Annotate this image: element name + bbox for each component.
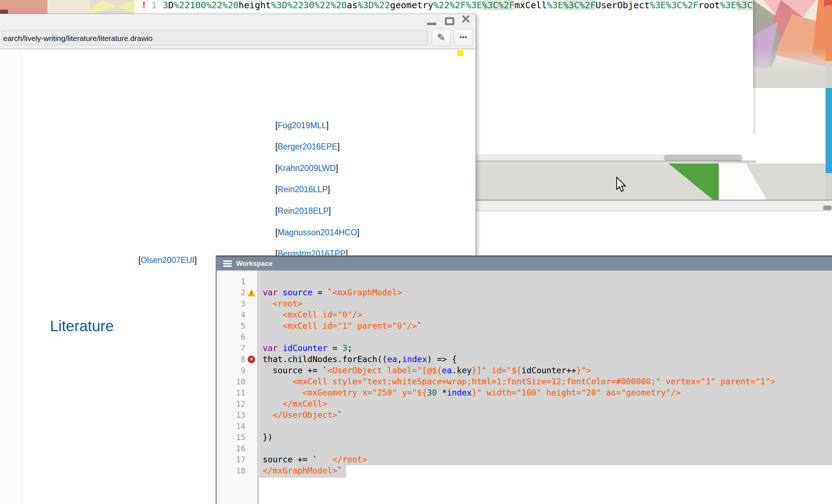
workspace-titlebar[interactable]: Workspace	[217, 257, 832, 271]
line-number: 15	[217, 432, 245, 443]
screen: ! 1 3D%22100%22%20height%3D%2230%22%20as…	[0, 0, 832, 504]
wallpaper-band	[475, 163, 832, 200]
code-text: var source = `<mxGraphModel>	[263, 287, 402, 298]
citation-item: [Berger2016EPE]	[275, 142, 340, 152]
code-line[interactable]: 1	[217, 276, 832, 287]
code-line[interactable]: 7var idCounter = 3;	[217, 343, 832, 354]
code-text: var idCounter = 3;	[263, 343, 352, 354]
edit-pencil-button[interactable]: ✎	[432, 29, 451, 46]
citation-item: [Rein2016LLP]	[275, 185, 330, 194]
citation-item: [Magnusson2014HCO]	[275, 228, 359, 237]
code-line[interactable]: 14	[217, 421, 832, 432]
line-number: 4	[217, 309, 245, 320]
wallpaper-white-wedge	[719, 163, 767, 200]
pencil-icon: ✎	[437, 32, 445, 43]
workspace-title: Workspace	[236, 260, 272, 268]
code-text: </mxCell>	[263, 398, 327, 410]
code-text: <mxCell style="text;whiteSpace=wrap;html…	[263, 376, 775, 387]
close-icon[interactable]: ✕	[460, 12, 472, 26]
warning-icon: !	[248, 289, 255, 296]
code-line[interactable]: 9 source += `<UserObject label="[@${ea.k…	[217, 365, 832, 376]
code-line[interactable]: 11 <mxGeometry x="250" y="${30 *index}" …	[217, 387, 832, 398]
line-number: 9	[217, 365, 245, 376]
citation-item: [Rein2018ELP]	[275, 206, 331, 216]
code-line[interactable]: 4 <mxCell id="0"/>	[217, 309, 832, 320]
citation-link[interactable]: Krahn2009LWD	[277, 163, 336, 173]
code-line[interactable]: 5 <mxCell id="1" parent="0"/>`	[217, 320, 832, 332]
citation-link[interactable]: Berger2016EPE	[277, 142, 337, 151]
wallpaper-right-strip	[826, 0, 832, 211]
line-number: 7	[217, 343, 245, 354]
citation-link[interactable]: Rein2016LLP	[277, 185, 327, 194]
code-text: source += `<UserObject label="[@${ea.key…	[263, 365, 591, 376]
code-line[interactable]: 13 </UserObject>`	[217, 410, 832, 421]
error-icon: ✕	[248, 356, 255, 363]
line-number: 17	[217, 454, 245, 465]
code-text: <mxGeometry x="250" y="${30 *index}" wid…	[263, 387, 681, 398]
yellow-marker[interactable]	[457, 50, 463, 56]
code-text: </UserObject>`	[263, 410, 343, 421]
code-line[interactable]: 8✕that.childNodes.forEach((ea,index) => …	[217, 354, 832, 365]
more-options-button[interactable]: •••	[454, 29, 473, 46]
maximize-icon[interactable]	[445, 17, 454, 25]
wallpaper-yellow-triangle	[90, 0, 136, 15]
line-number: 18	[217, 465, 245, 476]
line-number: 1	[217, 276, 245, 287]
line-number: 11	[217, 387, 245, 398]
error-marker: !	[141, 0, 147, 11]
line-number: 2	[217, 287, 245, 298]
code-line[interactable]: 10 <mxCell style="text;whiteSpace=wrap;h…	[217, 376, 832, 387]
horizontal-scrollbar-thumb[interactable]	[664, 155, 742, 161]
citation-link[interactable]: Olsen2007EUI	[141, 255, 194, 265]
citation-link[interactable]: Fog2019MLL	[277, 121, 326, 130]
citation-item: [Fog2019MLL]	[275, 121, 328, 130]
line-number: 14	[217, 421, 245, 432]
code-line[interactable]: 6	[217, 332, 832, 343]
wallpaper-pattern	[753, 0, 832, 88]
code-line[interactable]: 3 <root>	[217, 298, 832, 309]
line-number: 1	[151, 0, 157, 11]
wallpaper-cream-shape	[47, 0, 90, 15]
code-text: <mxCell id="0"/>	[263, 309, 362, 320]
code-text: <mxCell id="1" parent="0"/>`	[263, 320, 422, 332]
workspace-window: Workspace 12!var source = `<mxGraphModel…	[216, 255, 832, 504]
line-number: 3	[217, 298, 245, 309]
code-text: that.childNodes.forEach((ea,index) => {	[263, 354, 457, 365]
line-number: 8	[217, 354, 245, 365]
citation-link[interactable]: Magnusson2014HCO	[277, 228, 357, 237]
code-line[interactable]: 17source += ` </root>	[217, 454, 832, 465]
toolbar-band	[475, 200, 832, 211]
line-number: 12	[217, 398, 245, 410]
encoded-xml-code[interactable]: 3D%22100%22%20height%3D%2230%22%20as%3D%…	[163, 0, 758, 11]
code-text: })	[263, 432, 273, 443]
line-number: 10	[217, 376, 245, 387]
line-number: 5	[217, 320, 245, 332]
citation-link[interactable]: Rein2018ELP	[277, 206, 328, 216]
code-line[interactable]: 12 </mxCell>	[217, 398, 832, 410]
drawio-titlebar[interactable]: ✕	[0, 14, 475, 27]
code-line[interactable]: 15})	[217, 432, 832, 443]
background-editor-line: ! 1 3D%22100%22%20height%3D%2230%22%20as…	[135, 0, 753, 11]
code-line[interactable]: 2!var source = `<mxGraphModel>	[217, 287, 832, 298]
wallpaper-green-triangle	[668, 163, 720, 200]
code-text: source += ` </root>	[263, 454, 367, 465]
code-line[interactable]: 16	[217, 443, 832, 454]
wallpaper-top-left	[0, 0, 136, 15]
ellipsis-icon: •••	[460, 34, 467, 41]
citation-item: [Krahn2009LWD]	[275, 163, 338, 173]
line-number: 6	[217, 332, 245, 343]
line-number: 13	[217, 410, 245, 421]
window-edge-shadow	[753, 0, 757, 134]
code-line[interactable]: 18</mxGraphModel>`	[217, 465, 832, 476]
code-text: </mxGraphModel>`	[263, 465, 343, 476]
drawio-toolbar: earch/lively-writing/literature/literatu…	[0, 27, 475, 49]
minimize-icon[interactable]	[427, 23, 436, 25]
page-title: Literature	[50, 318, 114, 335]
file-path-input[interactable]: earch/lively-writing/literature/literatu…	[2, 31, 428, 45]
hamburger-menu-icon[interactable]	[223, 260, 232, 267]
canvas-margin	[0, 49, 22, 504]
code-text: <root>	[263, 298, 303, 309]
mouse-cursor	[615, 177, 627, 193]
line-number: 16	[217, 443, 245, 454]
divider-handle[interactable]	[823, 205, 832, 210]
